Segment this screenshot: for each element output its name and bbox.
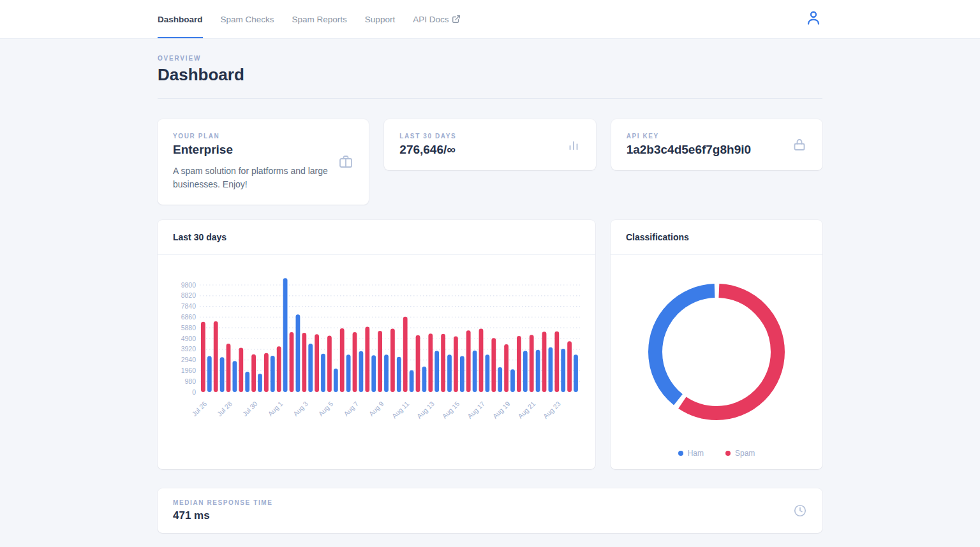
classifications-panel: Classifications Ham Spam [611, 220, 822, 469]
svg-text:Jul 26: Jul 26 [190, 400, 208, 418]
legend-label-ham: Ham [688, 449, 704, 458]
daily-volume-bar-chart[interactable]: 0980196029403920490058806860784088209800… [158, 255, 595, 437]
primary-nav: Dashboard Spam Checks Spam Reports Suppo… [158, 0, 479, 38]
legend-label-spam: Spam [735, 449, 755, 458]
svg-text:Aug 1: Aug 1 [266, 400, 284, 418]
breadcrumb-overview: OVERVIEW [158, 55, 822, 62]
nav-tab-api-docs-label: API Docs [413, 15, 449, 24]
api-key-card: API KEY 1a2b3c4d5e6f7g8h9i0 [611, 119, 822, 170]
nav-tab-dashboard[interactable]: Dashboard [158, 0, 203, 38]
svg-text:Aug 23: Aug 23 [542, 400, 562, 420]
svg-text:Aug 5: Aug 5 [317, 400, 335, 418]
response-time-card: MEDIAN RESPONSE TIME 471 ms [158, 488, 822, 533]
svg-text:8820: 8820 [181, 291, 197, 299]
nav-tab-api-docs[interactable]: API Docs [413, 0, 461, 38]
svg-text:Aug 15: Aug 15 [440, 400, 461, 420]
clock-icon [793, 504, 807, 518]
plan-card-label: YOUR PLAN [173, 133, 329, 140]
svg-text:Aug 19: Aug 19 [491, 400, 512, 420]
response-time-value: 471 ms [173, 509, 784, 522]
classifications-donut-chart[interactable] [626, 261, 807, 445]
usage-card-label: LAST 30 DAYS [399, 133, 557, 140]
header-divider [158, 98, 822, 99]
external-link-icon [452, 15, 461, 24]
plan-description: A spam solution for platforms and large … [173, 164, 329, 191]
svg-text:Aug 11: Aug 11 [390, 400, 411, 420]
api-key-card-label: API KEY [627, 133, 783, 140]
usage-card: LAST 30 DAYS 276,646/∞ [384, 119, 595, 170]
svg-text:Aug 3: Aug 3 [292, 400, 309, 418]
svg-text:Aug 13: Aug 13 [415, 400, 436, 420]
svg-text:5880: 5880 [181, 324, 197, 332]
plan-name: Enterprise [173, 143, 329, 157]
legend-dot-spam [725, 451, 731, 456]
svg-text:Aug 7: Aug 7 [342, 400, 360, 418]
svg-text:1960: 1960 [181, 367, 197, 374]
legend-item-spam[interactable]: Spam [725, 449, 755, 458]
svg-text:Aug 21: Aug 21 [516, 400, 537, 420]
nav-tab-spam-reports[interactable]: Spam Reports [292, 0, 347, 38]
svg-text:Aug 9: Aug 9 [368, 400, 385, 418]
svg-text:9800: 9800 [181, 281, 197, 289]
svg-text:3920: 3920 [181, 345, 197, 353]
daily-volume-title: Last 30 days [158, 220, 595, 255]
legend-item-ham[interactable]: Ham [678, 449, 704, 458]
plan-card: YOUR PLAN Enterprise A spam solution for… [158, 119, 369, 205]
lock-icon [792, 137, 807, 152]
user-person-icon [805, 9, 822, 29]
bar-chart-icon [567, 138, 581, 152]
briefcase-icon [338, 154, 353, 170]
daily-volume-panel: Last 30 days 098019602940392049005880686… [158, 220, 595, 469]
classifications-title: Classifications [611, 220, 822, 255]
svg-text:Jul 28: Jul 28 [216, 400, 234, 418]
svg-text:7840: 7840 [181, 302, 197, 310]
nav-tab-spam-checks[interactable]: Spam Checks [221, 0, 274, 38]
svg-text:Aug 17: Aug 17 [466, 400, 486, 420]
response-time-label: MEDIAN RESPONSE TIME [173, 499, 784, 506]
nav-tab-support[interactable]: Support [365, 0, 395, 38]
svg-text:Jul 30: Jul 30 [241, 400, 258, 418]
user-account-button[interactable] [805, 9, 822, 29]
svg-text:0: 0 [192, 388, 196, 396]
usage-value: 276,646/∞ [399, 143, 557, 157]
top-navigation-bar: Dashboard Spam Checks Spam Reports Suppo… [0, 0, 980, 39]
api-key-value: 1a2b3c4d5e6f7g8h9i0 [627, 143, 783, 157]
page-title: Dashboard [158, 65, 822, 85]
legend-dot-ham [678, 451, 683, 456]
svg-text:2940: 2940 [181, 356, 197, 363]
svg-text:6860: 6860 [181, 313, 197, 321]
svg-text:980: 980 [184, 377, 196, 385]
donut-legend: Ham Spam [678, 449, 755, 458]
main-content: OVERVIEW Dashboard YOUR PLAN Enterprise … [158, 39, 822, 533]
svg-text:4900: 4900 [181, 335, 197, 342]
